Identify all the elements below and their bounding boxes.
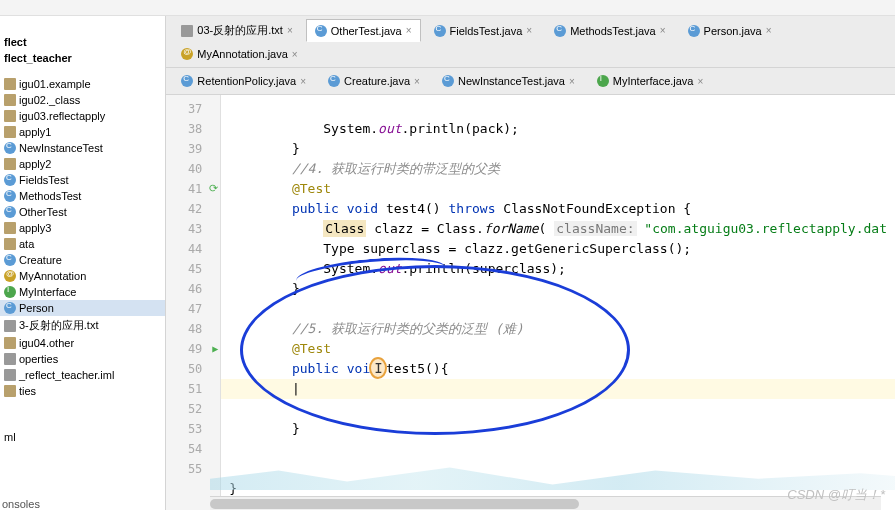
close-icon[interactable]: × [406, 25, 412, 36]
tree-item-label: Creature [19, 254, 62, 266]
horizontal-scrollbar[interactable] [210, 496, 881, 510]
tree-item-label: igu02._class [19, 94, 80, 106]
folder-icon [4, 126, 16, 138]
tab-label: MyAnnotation.java [197, 48, 288, 60]
class-icon [4, 142, 16, 154]
tree-item[interactable]: NewInstanceTest [0, 140, 165, 156]
run-gutter-icon[interactable]: ▶ [204, 339, 218, 359]
tab-label: MyInterface.java [613, 75, 694, 87]
annot-icon [181, 48, 193, 60]
file-icon [4, 353, 16, 365]
editor-tab[interactable]: FieldsTest.java× [425, 19, 542, 42]
code-editor[interactable]: 37 38 39 40 41 42 43 44 45 46 47 48 49 5… [166, 95, 895, 510]
tree-item[interactable]: ata [0, 236, 165, 252]
class-icon [4, 254, 16, 266]
class-icon [4, 206, 16, 218]
tree-item[interactable]: MyAnnotation [0, 268, 165, 284]
class-icon [315, 25, 327, 37]
tree-root[interactable]: flect [0, 34, 165, 50]
editor-tab[interactable]: MyAnnotation.java× [172, 44, 306, 64]
tab-label: RetentionPolicy.java [197, 75, 296, 87]
tab-label: 03-反射的应用.txt [197, 23, 283, 38]
scrollbar-thumb[interactable] [210, 499, 579, 509]
folder-icon [4, 385, 16, 397]
editor-tab[interactable]: Creature.java× [319, 71, 429, 91]
editor-tab[interactable]: RetentionPolicy.java× [172, 71, 315, 91]
tree-item-label: ata [19, 238, 34, 250]
editor-tab[interactable]: Person.java× [679, 19, 781, 42]
code-area[interactable]: System.out.println(pack); } //4. 获取运行时类的… [221, 95, 895, 510]
editor-tab[interactable]: NewInstanceTest.java× [433, 71, 584, 91]
tree-item[interactable]: igu02._class [0, 92, 165, 108]
close-icon[interactable]: × [697, 76, 703, 87]
class-icon [4, 190, 16, 202]
bottom-panel-tab[interactable]: onsoles [2, 498, 40, 510]
file-icon [4, 369, 16, 381]
tree-item[interactable]: igu03.reflectapply [0, 108, 165, 124]
tab-label: OtherTest.java [331, 25, 402, 37]
tree-item[interactable]: apply3 [0, 220, 165, 236]
close-icon[interactable]: × [414, 76, 420, 87]
folder-icon [4, 94, 16, 106]
tree-item[interactable]: Creature [0, 252, 165, 268]
tree-item-label: MethodsTest [19, 190, 81, 202]
tree-item[interactable]: Person [0, 300, 165, 316]
tab-label: Creature.java [344, 75, 410, 87]
class-icon [688, 25, 700, 37]
folder-icon [4, 222, 16, 234]
editor-tabs-row: RetentionPolicy.java×Creature.java×NewIn… [166, 68, 895, 95]
tree-item[interactable]: ties [0, 383, 165, 399]
close-icon[interactable]: × [287, 25, 293, 36]
class-icon [554, 25, 566, 37]
class-icon [4, 174, 16, 186]
tree-item-label: apply1 [19, 126, 51, 138]
close-icon[interactable]: × [292, 49, 298, 60]
tree-item-label: apply3 [19, 222, 51, 234]
tab-label: Person.java [704, 25, 762, 37]
tree-root[interactable]: flect_teacher [0, 50, 165, 66]
tree-item-label: MyAnnotation [19, 270, 86, 282]
close-icon[interactable]: × [766, 25, 772, 36]
tab-label: NewInstanceTest.java [458, 75, 565, 87]
file-icon [4, 320, 16, 332]
editor-tab[interactable]: OtherTest.java× [306, 19, 421, 42]
tree-item-label: 3-反射的应用.txt [19, 318, 98, 333]
tree-item[interactable]: 3-反射的应用.txt [0, 316, 165, 335]
tree-item-label: ties [19, 385, 36, 397]
tree-item-label: MyInterface [19, 286, 76, 298]
tree-item[interactable]: FieldsTest [0, 172, 165, 188]
tree-item[interactable]: ml [0, 429, 165, 445]
close-icon[interactable]: × [300, 76, 306, 87]
folder-icon [4, 337, 16, 349]
editor-tab[interactable]: MyInterface.java× [588, 71, 713, 91]
folder-icon [4, 158, 16, 170]
interface-icon [597, 75, 609, 87]
close-icon[interactable]: × [660, 25, 666, 36]
class-icon [181, 75, 193, 87]
line-gutter: 37 38 39 40 41 42 43 44 45 46 47 48 49 5… [166, 95, 221, 510]
class-icon [434, 25, 446, 37]
tree-item[interactable]: MyInterface [0, 284, 165, 300]
tree-item[interactable]: MethodsTest [0, 188, 165, 204]
tree-item[interactable]: igu01.example [0, 76, 165, 92]
folder-icon [4, 110, 16, 122]
run-gutter-icon[interactable]: ⟳ [204, 179, 218, 199]
tree-item[interactable]: apply1 [0, 124, 165, 140]
tree-item[interactable]: apply2 [0, 156, 165, 172]
folder-icon [4, 78, 16, 90]
tree-item[interactable]: OtherTest [0, 204, 165, 220]
close-icon[interactable]: × [569, 76, 575, 87]
tree-item[interactable]: igu04.other [0, 335, 165, 351]
tree-item[interactable]: _reflect_teacher.iml [0, 367, 165, 383]
tree-item[interactable]: operties [0, 351, 165, 367]
editor-tab[interactable]: MethodsTest.java× [545, 19, 674, 42]
project-sidebar: flect flect_teacher igu01.exampleigu02._… [0, 16, 166, 510]
tab-label: FieldsTest.java [450, 25, 523, 37]
tree-item-label: NewInstanceTest [19, 142, 103, 154]
tree-item-label: igu03.reflectapply [19, 110, 105, 122]
file-icon [181, 25, 193, 37]
editor-tabs-row: 03-反射的应用.txt×OtherTest.java×FieldsTest.j… [166, 16, 895, 68]
editor-tab[interactable]: 03-反射的应用.txt× [172, 19, 301, 42]
close-icon[interactable]: × [526, 25, 532, 36]
folder-icon [4, 238, 16, 250]
